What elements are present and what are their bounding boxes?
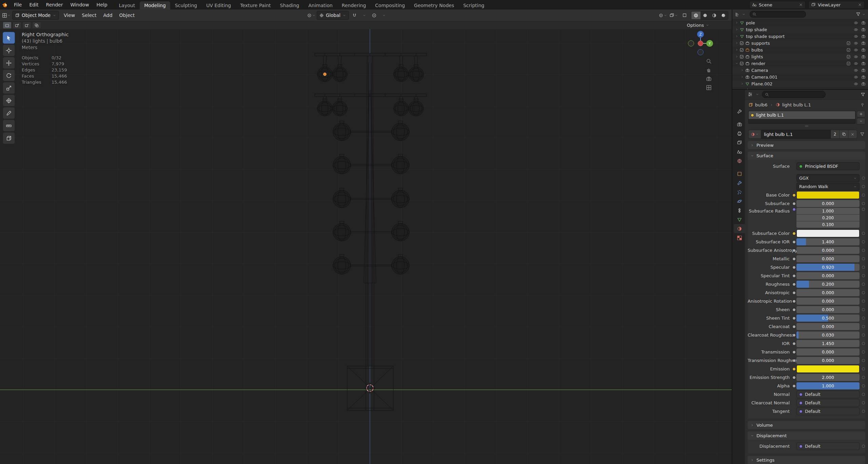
select-mode-selnew[interactable] [3,22,12,29]
properties-tab-render[interactable] [734,120,745,129]
socket-dot-gray[interactable] [792,359,796,362]
shading-solid-button[interactable] [701,12,710,19]
shading-wireframe-button[interactable] [691,12,701,19]
properties-tab-physics[interactable] [734,197,745,206]
check-toggle-icon[interactable] [846,48,851,52]
snap-toggle[interactable] [350,11,359,19]
eye-toggle-icon[interactable] [854,27,858,32]
orientation-dropdown[interactable]: Global [317,11,349,20]
socket-dot-gray[interactable] [792,283,796,286]
decorator-dot[interactable] [862,194,865,197]
decorator-dot[interactable] [862,283,865,286]
menu-help[interactable]: Help [93,2,111,7]
viewport-menu-view[interactable]: View [60,10,78,21]
snap-dropdown[interactable] [360,11,369,19]
properties-tab-object[interactable] [734,169,745,178]
disclosure-right-icon[interactable] [741,89,744,90]
check-toggle-icon[interactable] [846,55,851,59]
tool-add-cube[interactable] [3,132,15,144]
socket-dot-gray[interactable] [792,384,796,388]
ortho-toggle-button[interactable] [706,85,712,90]
panel-header-preview[interactable]: Preview [748,141,865,149]
outliner-row-plane-002[interactable]: Plane.002 [732,80,868,87]
number-field[interactable]: 2.000 [796,374,860,381]
camera-toggle-icon[interactable] [861,55,866,59]
socket-dot-gray[interactable] [792,308,796,311]
properties-tab-particles[interactable] [734,187,745,197]
slider-subsurface-ior[interactable]: 1.400 [796,238,860,245]
slider-sheen-tint[interactable]: 0.500 [796,315,860,322]
material-slot-list[interactable]: light bulb L.1 [748,111,855,124]
slider-alpha[interactable]: 1.000 [796,382,860,389]
collection-checkbox-icon[interactable] [739,41,744,45]
camera-toggle-icon[interactable] [861,75,866,79]
camera-toggle-icon[interactable] [861,21,866,25]
slider-anisotropic-rotation[interactable]: 0.000 [796,298,860,305]
socket-dot-gray[interactable] [792,266,796,269]
color-swatch[interactable] [796,191,860,199]
properties-tab-material[interactable] [734,224,745,233]
navigation-gizmo[interactable]: ZY [687,30,714,57]
tool-scale[interactable] [3,82,15,94]
workspace-tab-layout[interactable]: Layout [115,1,140,9]
socket-dot-gray[interactable] [792,291,796,295]
socket-dot-gray[interactable] [792,342,796,345]
workspace-tab-texture-paint[interactable]: Texture Paint [236,1,275,9]
shading-rendered-button[interactable] [719,12,728,19]
workspace-tab-shading[interactable]: Shading [276,1,304,9]
overlays-dropdown[interactable] [669,11,678,19]
outliner-row-top-shade[interactable]: top shade [732,26,868,33]
scene-selector[interactable]: Scene [749,1,806,9]
browse-material-button[interactable] [748,130,761,139]
workspace-tab-modeling[interactable]: Modeling [140,1,170,9]
number-field[interactable]: 1.450 [796,340,860,347]
camera-view-button[interactable] [706,76,712,82]
collection-checkbox-icon[interactable] [739,48,744,52]
panel-header-volume[interactable]: Volume [748,421,865,429]
filter-funnel-icon[interactable] [856,12,861,17]
disclosure-right-icon[interactable] [735,48,738,52]
proportional-edit-dropdown[interactable] [379,11,388,19]
material-name-field[interactable]: light bulb L.1 [761,130,831,139]
panel-header-surface[interactable]: Surface [748,152,865,160]
select-mode-selint[interactable] [32,22,41,29]
decorator-dot[interactable] [862,367,865,370]
add-slot-button[interactable] [857,111,865,117]
viewport-menu-select[interactable]: Select [78,10,100,21]
tool-measure[interactable] [3,120,15,132]
slider-clearcoat[interactable]: 0.000 [796,323,860,330]
workspace-tab-scripting[interactable]: Scripting [459,1,489,9]
eye-toggle-icon[interactable] [854,48,858,52]
tool-cursor-3d[interactable] [3,44,15,56]
socket-dot-gray[interactable] [792,325,796,328]
shading-material-button[interactable] [710,12,719,19]
decorator-dot[interactable] [862,208,865,211]
outliner-row-bulbs[interactable]: bulbs [732,46,868,53]
outliner-row-supports[interactable]: supports [732,40,868,46]
mode-dropdown[interactable]: Object Mode [12,11,59,20]
disclosure-right-icon[interactable] [735,55,738,58]
enum-dropdown[interactable]: GGX [796,174,860,182]
disclosure-right-icon[interactable] [735,28,738,31]
pan-button[interactable] [706,67,712,73]
editor-outliner-icon[interactable] [735,12,740,17]
select-mode-selsub[interactable] [22,22,31,29]
properties-tab-scene[interactable] [734,147,745,156]
decorator-dot[interactable] [862,376,865,379]
decorator-dot[interactable] [862,317,865,320]
slider-specular-tint[interactable]: 0.000 [796,272,860,279]
properties-tab-output[interactable] [734,129,745,138]
decorator-dot[interactable] [862,249,865,252]
properties-tab-world[interactable] [734,156,745,165]
zoom-button[interactable] [706,58,712,64]
properties-tab-viewlayer[interactable] [734,138,745,147]
decorator-dot[interactable] [862,342,865,345]
disclosure-right-icon[interactable] [741,75,744,79]
decorator-dot[interactable] [862,393,865,396]
camera-toggle-icon[interactable] [861,27,866,32]
socket-dot-gray[interactable] [792,274,796,278]
socket-dot-purple[interactable] [792,208,796,211]
disclosure-right-icon[interactable] [741,68,744,72]
slider-subsurface-anisotropy[interactable]: 0.000 [796,247,860,254]
unlink-material-button[interactable] [848,130,857,139]
